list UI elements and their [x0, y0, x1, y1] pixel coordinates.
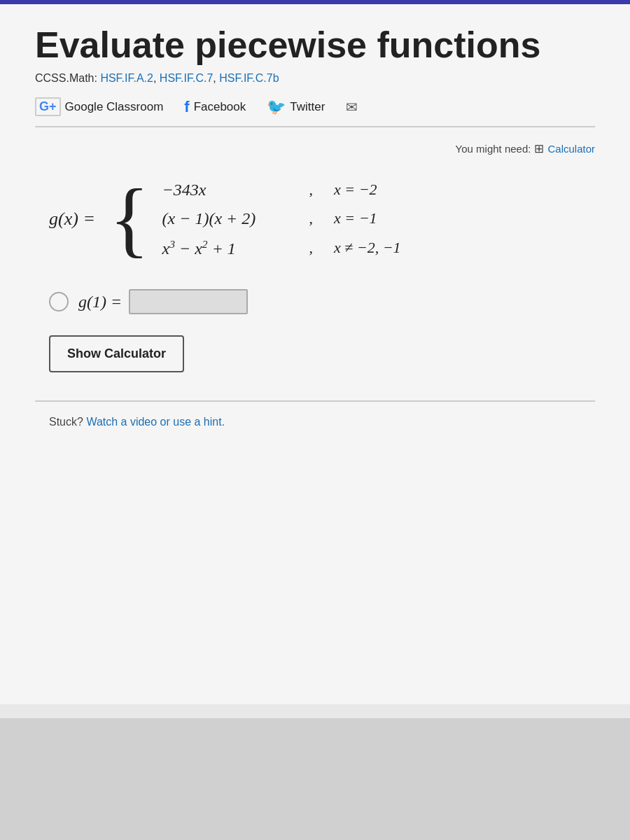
- piecewise-container: g(x) = { −343x , x = −2 (x − 1)(x + 2) ,…: [49, 177, 595, 261]
- you-might-need: You might need: ⊞ Calculator: [35, 141, 595, 156]
- case-row-3: x3 − x2 + 1 , x ≠ −2, −1: [162, 238, 401, 258]
- show-calculator-button[interactable]: Show Calculator: [49, 335, 184, 372]
- page-title: Evaluate piecewise functions: [35, 25, 595, 65]
- case-cond-1: x = −2: [334, 181, 377, 199]
- answer-row: g(1) =: [49, 289, 595, 314]
- left-brace: {: [109, 177, 150, 261]
- answer-circle: [49, 292, 69, 312]
- twitter-label: Twitter: [290, 100, 325, 114]
- case-cond-3: x ≠ −2, −1: [334, 239, 401, 257]
- case-row-1: −343x , x = −2: [162, 181, 401, 200]
- divider: [35, 400, 595, 402]
- stuck-prefix: Stuck?: [49, 416, 83, 428]
- google-classroom-button[interactable]: G+ Google Classroom: [35, 97, 163, 116]
- you-might-need-label: You might need:: [456, 143, 531, 155]
- cases-list: −343x , x = −2 (x − 1)(x + 2) , x = −1 x…: [162, 181, 401, 258]
- mail-icon: ✉: [346, 99, 358, 115]
- calculator-icon: ⊞: [534, 141, 544, 156]
- case-comma-1: ,: [309, 181, 314, 199]
- twitter-icon: 🐦: [267, 98, 286, 116]
- function-label: g(x) =: [49, 209, 95, 230]
- ccss-link-3[interactable]: HSF.IF.C.7b: [219, 72, 279, 84]
- stuck-line: Stuck? Watch a video or use a hint.: [49, 416, 595, 428]
- facebook-icon: f: [184, 98, 189, 116]
- answer-input[interactable]: [129, 289, 248, 314]
- google-icon: G+: [35, 97, 61, 116]
- google-classroom-label: Google Classroom: [65, 100, 164, 114]
- ccss-link-2[interactable]: HSF.IF.C.7: [160, 72, 213, 84]
- bottom-bar: [0, 718, 630, 840]
- ccss-label: CCSS.Math:: [35, 72, 97, 84]
- calculator-link[interactable]: Calculator: [547, 143, 595, 155]
- case-expr-1: −343x: [162, 181, 302, 200]
- case-cond-2: x = −1: [334, 209, 377, 227]
- twitter-button[interactable]: 🐦 Twitter: [267, 98, 325, 116]
- case-expr-3: x3 − x2 + 1: [162, 238, 302, 258]
- case-row-2: (x − 1)(x + 2) , x = −1: [162, 209, 401, 228]
- case-comma-3: ,: [309, 239, 314, 257]
- answer-label: g(1) =: [78, 293, 122, 312]
- ccss-line: CCSS.Math: HSF.IF.A.2, HSF.IF.C.7, HSF.I…: [35, 72, 595, 85]
- content-area: Evaluate piecewise functions CCSS.Math: …: [0, 4, 630, 704]
- ccss-link-1[interactable]: HSF.IF.A.2: [100, 72, 153, 84]
- case-expr-2: (x − 1)(x + 2): [162, 209, 302, 228]
- share-bar: G+ Google Classroom f Facebook 🐦 Twitter…: [35, 97, 595, 127]
- mail-button[interactable]: ✉: [346, 99, 358, 115]
- case-comma-2: ,: [309, 209, 314, 227]
- stuck-link[interactable]: Watch a video or use a hint.: [86, 416, 225, 428]
- facebook-label: Facebook: [194, 100, 246, 114]
- facebook-button[interactable]: f Facebook: [184, 98, 246, 116]
